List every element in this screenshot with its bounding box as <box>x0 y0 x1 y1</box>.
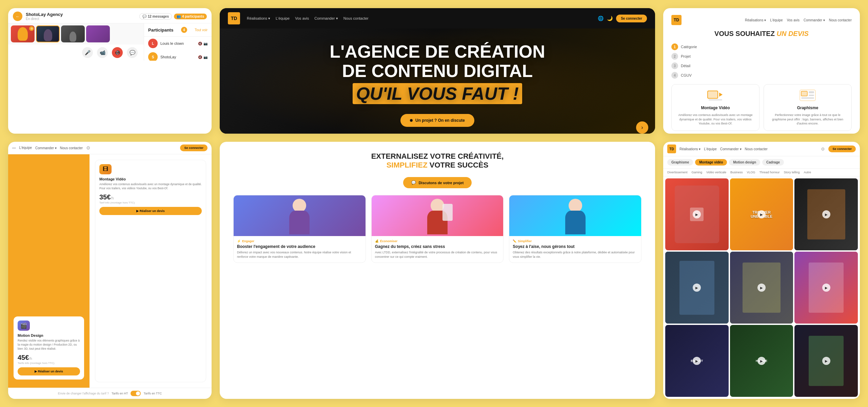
portfolio-item-6[interactable]: ▶ <box>794 252 858 324</box>
quote-header: TD Réalisations ▾ L'équipe Vos avis Comm… <box>671 15 852 25</box>
message-icon: 💬 <box>142 15 146 18</box>
moon-icon[interactable]: 🌙 <box>607 16 613 21</box>
service-card-graphic[interactable]: Graphisme Perfectionnez votre image grâc… <box>764 84 852 131</box>
filter-video-verticale[interactable]: Vidéo verticale <box>706 171 726 174</box>
portfolio-settings-icon[interactable]: ⚙ <box>821 147 825 152</box>
hero-title-1: L'AGENCE DE CRÉATION <box>330 42 545 61</box>
portfolio-item-3[interactable]: ▶ <box>794 178 858 250</box>
portfolio-nav-contact[interactable]: Nous contacter <box>745 147 768 151</box>
participant-item: S ShotoLay 🔇 📷 <box>144 50 212 61</box>
portfolio-nav-realisations[interactable]: Réalisations ▾ <box>679 147 701 151</box>
filter-autre[interactable]: Autre <box>804 171 811 174</box>
svg-rect-5 <box>801 91 807 96</box>
quote-nav-avis[interactable]: Vos avis <box>787 18 800 22</box>
pricing-connect-button[interactable]: Se connecter <box>180 144 208 151</box>
connect-button[interactable]: Se connecter <box>616 15 647 22</box>
participants-badge[interactable]: 👥 4 participants <box>174 14 207 19</box>
end-call-button[interactable]: 📵 <box>112 47 123 58</box>
play-button-1[interactable]: ▶ <box>693 210 701 218</box>
thumb-3[interactable] <box>61 25 85 42</box>
quote-nav-realisations[interactable]: Réalisations ▾ <box>745 18 766 22</box>
features-cta-button[interactable]: 💬 Discutons de votre projet <box>403 177 472 188</box>
participant-icons: 🔇 📷 <box>198 55 208 59</box>
nav-link-contact[interactable]: Nous contacter <box>343 16 369 21</box>
filter-gaming[interactable]: Gaming <box>692 171 703 174</box>
hero-nav-actions: 🌐 🌙 Se connecter <box>598 15 647 22</box>
hero-cta-button[interactable]: Un projet ? On en discute <box>400 114 474 127</box>
filter-story-telling[interactable]: Story telling <box>784 171 800 174</box>
nav-link-avis[interactable]: Vos avis <box>295 16 309 21</box>
portfolio-nav-equipe[interactable]: L'équipe <box>704 147 717 151</box>
save-icon: 💰 <box>375 239 379 243</box>
motion-design-btn[interactable]: ▶ Réaliser un devis <box>18 367 80 375</box>
play-button-7[interactable]: ▶ <box>693 357 701 365</box>
tab-montage-video[interactable]: Montage vidéo <box>695 159 727 166</box>
play-button-9[interactable]: ▶ <box>822 357 830 365</box>
camera-button[interactable]: 📹 <box>97 47 108 58</box>
nav-link-equipe[interactable]: L'équipe <box>276 16 290 21</box>
play-button-2[interactable]: ▶ <box>757 210 766 218</box>
pricing-nav: ••• L'équipe Commander ▾ Nous contacter … <box>8 142 212 154</box>
filter-divertissement[interactable]: Divertissement <box>667 171 688 174</box>
play-overlay: ▶ <box>730 252 793 324</box>
nav-link-commander[interactable]: Commander ▾ <box>314 16 338 21</box>
service-card-video[interactable]: Montage Vidéo Améliorez vos contenus aud… <box>671 84 760 131</box>
portfolio-item-9[interactable]: ▶ <box>794 325 858 397</box>
thumb-4[interactable] <box>86 25 110 42</box>
features-title: EXTERNALISEZ VOTRE CRÉATIVITÉ, <box>371 152 504 161</box>
pricing-nav-equipe[interactable]: L'équipe <box>19 146 32 150</box>
quote-nav: Réalisations ▾ L'équipe Vos avis Command… <box>745 18 852 22</box>
participant-name: Louis le clown <box>160 41 195 45</box>
participants-list: L Louis le clown 🔇 📷 S ShotoLay 🔇 <box>144 37 212 61</box>
service-desc-graphic: Perfectionnez votre image grâce à tout c… <box>769 113 847 126</box>
pricing-note: Envie de changer l'affichage du tarif ? <box>58 392 109 395</box>
portfolio-connect-button[interactable]: Se connecter <box>828 146 856 152</box>
tab-cadrage[interactable]: Cadrage <box>762 159 784 166</box>
mic-button[interactable]: 🎤 <box>82 47 93 58</box>
portfolio-item-4[interactable]: ▶ <box>665 252 729 324</box>
portfolio-tabs: Graphisme Montage vidéo Motion design Ca… <box>663 156 860 169</box>
quote-nav-contact[interactable]: Nous contacter <box>829 18 852 22</box>
play-button-4[interactable]: ▶ <box>693 284 701 292</box>
next-arrow-button[interactable]: › <box>636 121 648 134</box>
filter-vlog[interactable]: VLOG <box>747 171 755 174</box>
step-3: 3 Détail <box>671 62 852 69</box>
quote-nav-equipe[interactable]: L'équipe <box>770 18 783 22</box>
portfolio-item-1[interactable]: ▶ <box>665 178 729 250</box>
motion-design-desc: Rendez visible vos éléments graphiques g… <box>18 339 80 351</box>
pricing-toggle[interactable] <box>131 391 141 396</box>
quote-nav-commander[interactable]: Commander ▾ <box>804 18 825 22</box>
filter-business[interactable]: Business <box>730 171 743 174</box>
nav-link-realisations[interactable]: Réalisations ▾ <box>247 16 270 21</box>
tab-motion-design[interactable]: Motion design <box>729 159 760 166</box>
card-desc-1: Délivrez un impact avec vos nouveaux con… <box>237 250 362 259</box>
see-all-link[interactable]: Tout voir <box>195 28 208 32</box>
portfolio-item-2[interactable]: TROUVERUNE CABLE ▶ <box>730 178 793 250</box>
pricing-nav-commander[interactable]: Commander ▾ <box>35 146 57 150</box>
video-icon: 📷 <box>203 42 208 45</box>
play-button-8[interactable]: ▶ <box>757 357 766 365</box>
thumb-2[interactable] <box>36 25 60 42</box>
play-button-5[interactable]: ▶ <box>757 284 766 292</box>
play-button-3[interactable]: ▶ <box>822 210 830 218</box>
thumb-1[interactable]: ⚙ <box>11 25 35 42</box>
pricing-nav-contact[interactable]: Nous contacter <box>60 146 83 150</box>
back-button[interactable]: ← <box>13 12 22 21</box>
tab-graphisme[interactable]: Graphisme <box>667 159 693 166</box>
play-button-6[interactable]: ▶ <box>822 284 830 292</box>
video-edit-title: Montage Vidéo <box>99 177 202 181</box>
globe-icon[interactable]: 🌐 <box>598 16 604 21</box>
settings-icon[interactable]: ⚙ <box>86 145 91 151</box>
video-edit-btn[interactable]: ▶ Réaliser un devis <box>99 207 202 215</box>
hero-title-2: DE CONTENU DIGITAL <box>342 61 533 81</box>
card-tag-3: ✏️ Simplifier <box>513 239 638 243</box>
chat-button[interactable]: 💬 <box>127 47 138 58</box>
portfolio-nav-commander[interactable]: Commander ▾ <box>720 147 742 151</box>
portfolio-item-8[interactable]: HUMME ▶ <box>730 325 793 397</box>
cta-dot <box>410 119 413 122</box>
messages-badge[interactable]: 💬 12 messages <box>139 13 172 20</box>
portfolio-item-7[interactable]: ENFANT ▶ <box>665 325 729 397</box>
pricing-nav-dots: ••• <box>12 146 16 150</box>
portfolio-item-5[interactable]: ▶ <box>730 252 793 324</box>
filter-thread-horreur[interactable]: Thread horreur <box>759 171 780 174</box>
